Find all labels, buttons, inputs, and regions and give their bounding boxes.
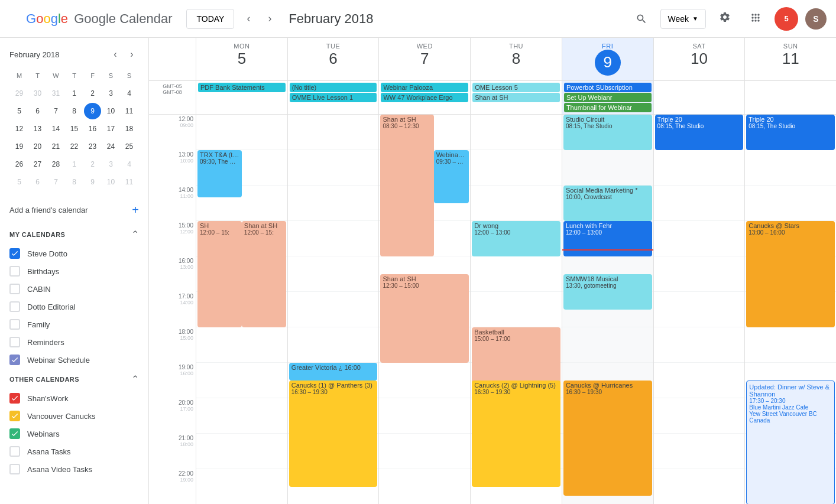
mini-cal-day[interactable]: 18	[121, 121, 138, 137]
prev-button[interactable]: ‹	[239, 9, 258, 28]
mini-cal-day[interactable]: 21	[47, 138, 64, 155]
sidebar-item-dotto-editorial[interactable]: Dotto Editorial	[0, 298, 148, 316]
mini-cal-day[interactable]: 9	[84, 174, 101, 190]
mini-cal-day[interactable]: 26	[11, 156, 28, 173]
notifications-button[interactable]: 5	[775, 7, 798, 31]
sidebar-item-vancouver-canucks[interactable]: Vancouver Canucks	[0, 407, 148, 425]
mini-cal-day[interactable]: 4	[121, 156, 138, 173]
mini-cal-day[interactable]: 7	[47, 103, 64, 119]
event-canucks-panthers[interactable]: Canucks (1) @ Panthers (3) 16:30 – 19:30	[289, 381, 378, 487]
sidebar-item-asana-video-tasks[interactable]: Asana Video Tasks	[0, 460, 148, 478]
mini-cal-day[interactable]: 16	[84, 121, 101, 137]
mini-cal-day[interactable]: 1	[66, 85, 83, 102]
mini-cal-day[interactable]: 29	[11, 85, 28, 102]
mini-cal-day[interactable]: 8	[66, 174, 83, 190]
time-grid-scroll[interactable]: 12:0009:0013:0010:0014:0011:0015:0012:00…	[149, 115, 836, 504]
mini-cal-day[interactable]: 15	[66, 121, 83, 137]
settings-button[interactable]	[713, 7, 737, 31]
mini-cal-day[interactable]: 1	[66, 156, 83, 173]
mini-cal-day[interactable]: 3	[102, 85, 119, 102]
mini-cal-day[interactable]: 9	[84, 103, 101, 119]
event-studio-circuit[interactable]: Studio Circuit 08:15, The Studio	[563, 115, 652, 150]
mini-cal-day[interactable]: 27	[29, 156, 46, 173]
mini-cal-day[interactable]: 23	[84, 138, 101, 155]
event-shan-sh-wed-pm[interactable]: Shan at SH 12:30 – 15:00	[380, 274, 469, 363]
allday-event[interactable]: OME Lesson 5	[472, 83, 560, 92]
next-button[interactable]: ›	[260, 9, 279, 28]
mini-cal-day[interactable]: 20	[29, 138, 46, 155]
event-canucks-lightning[interactable]: Canucks (2) @ Lightning (5) 16:30 – 19:3…	[472, 381, 560, 487]
event-lunch-fehr[interactable]: Lunch with Fehr 12:00 – 13:00	[563, 221, 652, 256]
event-triple20-sat[interactable]: Triple 20 08:15, The Studio	[655, 115, 744, 150]
calendar-checkbox[interactable]	[9, 464, 20, 474]
menu-button[interactable]	[9, 12, 24, 26]
event-social-media[interactable]: Social Media Marketing * 10:00, Crowdcas…	[563, 186, 652, 221]
mini-cal-day[interactable]: 6	[29, 174, 46, 190]
calendar-checkbox[interactable]	[9, 355, 20, 365]
apps-button[interactable]	[744, 7, 767, 31]
calendar-checkbox[interactable]	[9, 337, 20, 347]
allday-event[interactable]: OVME Live Lesson 1	[290, 93, 377, 102]
mini-cal-day[interactable]: 17	[102, 121, 119, 137]
event-dr-wong[interactable]: Dr wong 12:00 – 13:00	[472, 221, 560, 256]
sidebar-item-cabin[interactable]: CABIN	[0, 280, 148, 298]
event-webinar-wednesday[interactable]: Webinar Wednesday 09:30 – 11:00	[434, 150, 469, 203]
week-view-selector[interactable]: Week ▼	[660, 9, 706, 29]
mini-cal-day[interactable]: 13	[29, 121, 46, 137]
mini-cal-day[interactable]: 6	[29, 103, 46, 119]
calendar-checkbox[interactable]	[9, 393, 20, 404]
search-button[interactable]	[630, 7, 653, 31]
mini-cal-day[interactable]: 10	[102, 174, 119, 190]
sidebar-item-webinars[interactable]: Webinars	[0, 425, 148, 443]
event-trx[interactable]: TRX T&A (toned & aweso 09:30, The Studio	[197, 150, 242, 197]
mini-cal-day[interactable]: 2	[84, 85, 101, 102]
event-dinner-steve-shannon[interactable]: Updated: Dinner w/ Steve & Shannon 17:30…	[746, 381, 835, 504]
mini-cal-day[interactable]: 24	[102, 138, 119, 155]
calendar-checkbox[interactable]	[9, 446, 20, 457]
mini-cal-day[interactable]: 7	[47, 174, 64, 190]
event-canucks-stars[interactable]: Canucks @ Stars 13:00 – 16:00	[746, 221, 835, 327]
sidebar-item-steve-dotto[interactable]: Steve Dotto	[0, 245, 148, 262]
mini-cal-day[interactable]: 5	[11, 103, 28, 119]
event-greater-victoria[interactable]: Greater Victoria ¿ 16:00	[289, 363, 378, 381]
mini-cal-day[interactable]: 19	[11, 138, 28, 155]
allday-event[interactable]: Shan at SH	[472, 93, 560, 102]
mini-cal-day[interactable]: 3	[102, 156, 119, 173]
add-friends-calendar[interactable]: Add a friend's calendar +	[0, 196, 148, 224]
mini-cal-day[interactable]: 22	[66, 138, 83, 155]
my-calendars-section[interactable]: My calendars ⌃	[0, 224, 148, 245]
calendar-checkbox[interactable]	[9, 301, 20, 312]
allday-event[interactable]: Powerbot SUbscription	[564, 83, 652, 92]
mini-cal-day[interactable]: 12	[11, 121, 28, 137]
mini-cal-day[interactable]: 25	[121, 138, 138, 155]
sidebar-item-webinar-schedule[interactable]: Webinar Schedule	[0, 351, 148, 369]
mini-cal-day[interactable]: 31	[47, 85, 64, 102]
allday-event[interactable]: Thumbnail for Webinar	[564, 103, 652, 112]
calendar-checkbox[interactable]	[9, 411, 20, 421]
event-triple20-sun[interactable]: Triple 20 08:15, The Studio	[746, 115, 835, 150]
mini-cal-day[interactable]: 11	[121, 103, 138, 119]
event-canucks-hurricanes[interactable]: Canucks @ Hurricanes 16:30 – 19:30	[563, 381, 652, 496]
allday-event[interactable]: Set Up Webianr	[564, 93, 652, 102]
mini-cal-day[interactable]: 30	[29, 85, 46, 102]
other-calendars-section[interactable]: Other calendars ⌃	[0, 369, 148, 389]
allday-event[interactable]: PDF Bank Statements	[198, 83, 286, 92]
avatar[interactable]: S	[805, 8, 827, 30]
allday-event[interactable]: WW 47 Workplace Ergo	[381, 93, 468, 102]
mini-cal-day[interactable]: 28	[47, 156, 64, 173]
event-smmw18[interactable]: SMMW18 Musical 13:30, gotomeeting	[563, 274, 652, 310]
sidebar-item-birthdays[interactable]: Birthdays	[0, 262, 148, 280]
calendar-checkbox[interactable]	[9, 266, 20, 277]
calendar-checkbox[interactable]	[9, 428, 20, 439]
mini-cal-day[interactable]: 11	[121, 174, 138, 190]
event-shan-sh-wed-am[interactable]: Shan at SH 08:30 – 12:30	[380, 115, 433, 256]
sidebar-item-shan'swork[interactable]: Shan'sWork	[0, 389, 148, 407]
sidebar-item-family[interactable]: Family	[0, 316, 148, 333]
mini-cal-day[interactable]: 10	[102, 103, 119, 119]
mini-cal-day[interactable]: 4	[121, 85, 138, 102]
mini-cal-next[interactable]: ›	[125, 47, 139, 61]
allday-event[interactable]: Webinar Palooza	[381, 83, 468, 92]
mini-cal-day[interactable]: 5	[11, 174, 28, 190]
sidebar-item-asana-tasks[interactable]: Asana Tasks	[0, 443, 148, 460]
mini-cal-prev[interactable]: ‹	[108, 47, 122, 61]
